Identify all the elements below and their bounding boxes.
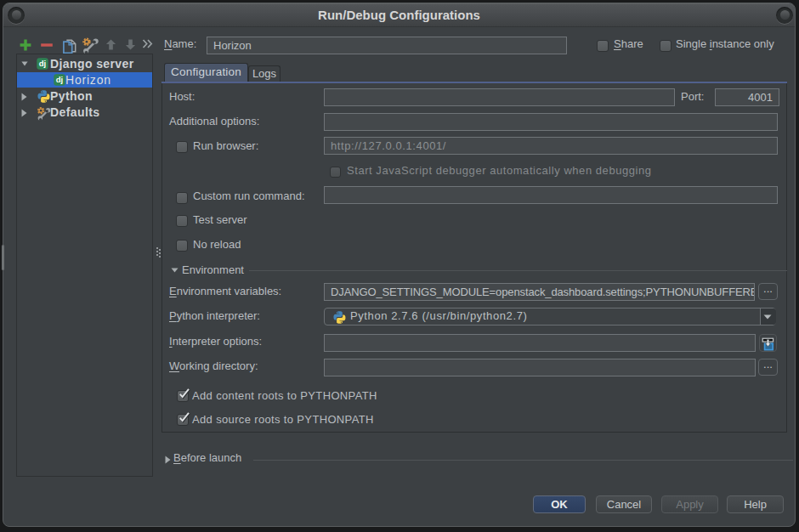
svg-text:dj: dj [39,59,46,68]
svg-text:dj: dj [56,75,63,84]
